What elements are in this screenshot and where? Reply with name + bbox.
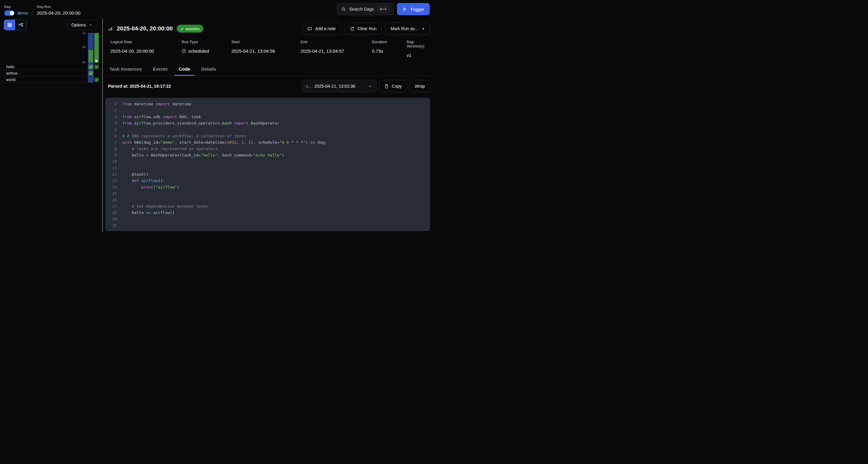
breadcrumb-dag-run: Dag Run 2025-04-20, 20:00:00 [37, 5, 80, 16]
view-switcher [4, 20, 27, 30]
code-text: # Tasks are represented as operators [122, 146, 217, 152]
code-text: def airflow(): [122, 177, 165, 184]
line-number: 8 [110, 146, 117, 152]
tab-details[interactable]: Details [197, 66, 220, 76]
line-number: 10 [110, 158, 117, 165]
caret-down-icon: ▼ [422, 27, 425, 30]
meta-value: 2025-04-21, 13:04:57 [301, 49, 372, 54]
line-number: 12 [110, 171, 117, 177]
meta-label: End [301, 40, 372, 44]
detail-tabs: Task Instances Events Code Details [105, 66, 430, 76]
meta-dag-versions: Dag Version(s) v1 [407, 40, 430, 58]
line-number: 5 [110, 126, 117, 133]
task-status-check-hello-run1[interactable] [89, 64, 93, 69]
meta-value: 2025-04-21, 13:04:56 [231, 49, 301, 54]
dag-row: demo [4, 10, 28, 16]
add-note-button[interactable]: Add a note [302, 23, 341, 35]
line-number: 14 [110, 184, 117, 190]
line-number: 17 [110, 203, 117, 209]
line-number: 20 [110, 222, 117, 229]
clipboard-icon [384, 84, 389, 89]
tab-events[interactable]: Events [148, 66, 172, 76]
line-number: 9 [110, 152, 117, 158]
wrap-label: Wrap [415, 84, 425, 89]
play-icon [402, 7, 407, 11]
line-number: 11 [110, 165, 117, 171]
dag-label: Dag [4, 5, 28, 8]
code-text: with DAG(dag_id="demo", start_date=datet… [122, 139, 327, 146]
add-note-label: Add a note [315, 26, 336, 31]
meta-label: Run Type [182, 40, 231, 44]
run-actions: Add a note Clear Run Mark Run as... ▼ [302, 23, 430, 35]
clear-run-button[interactable]: Clear Run [345, 23, 382, 35]
grid-view-button[interactable] [4, 20, 15, 30]
dag-version-select[interactable]: v... 2025-04-21, 13:02:38 [302, 80, 376, 92]
task-row-hello[interactable]: hello [0, 64, 102, 70]
task-list: hello airflow world [0, 64, 102, 83]
code-line: 7with DAG(dag_id="demo", start_date=date… [110, 139, 430, 146]
line-number: 4 [110, 120, 117, 126]
redo-icon [350, 27, 354, 31]
dag-pause-toggle[interactable] [4, 10, 14, 16]
note-icon [308, 27, 312, 31]
dag-name-link[interactable]: demo [17, 11, 28, 16]
code-line: 20 [110, 222, 430, 229]
meta-value: 2025-04-20, 20:00:00 [111, 49, 182, 54]
sidebar-toolbar: Options [0, 18, 102, 30]
breadcrumb-dag: Dag demo [4, 5, 28, 16]
code-line: 15 [110, 190, 430, 197]
task-name: world [6, 77, 16, 82]
task-name: airflow [6, 71, 18, 76]
breadcrumb: Dag demo Dag Run 2025-04-20, 20:00:00 [4, 2, 80, 16]
axis-tick-0s-bottom: 0s [82, 60, 86, 64]
meta-label: Start [231, 40, 301, 44]
mark-run-as-label: Mark Run as... [391, 26, 418, 31]
manual-run-play-icon [95, 59, 98, 62]
meta-value: v1 [407, 53, 430, 58]
run-duration-bar[interactable] [94, 33, 99, 63]
grid-icon [7, 23, 12, 27]
code-line: 17 # Set dependencies between tasks [110, 203, 430, 209]
run-title: 2025-04-20, 20:00:00 [117, 25, 173, 32]
code-lines: 1from datetime import datetime23from air… [110, 101, 430, 229]
meta-label: Dag Version(s) [407, 40, 430, 49]
task-status-check-world-run2[interactable] [94, 77, 99, 82]
trigger-label: Trigger [410, 7, 424, 12]
task-status-check-hello-run2[interactable] [94, 64, 99, 69]
version-prefix: v... [306, 84, 311, 89]
copy-button[interactable]: Copy [379, 80, 407, 92]
meta-end: End 2025-04-21, 13:04:57 [301, 40, 372, 58]
code-text: @task() [122, 171, 148, 177]
search-dags-button[interactable]: Search Dags ⌘+K [336, 3, 394, 15]
line-number: 19 [110, 216, 117, 222]
code-line: 6# A DAG represents a workflow, a collec… [110, 133, 430, 139]
task-status-check-airflow-run1[interactable] [89, 71, 93, 76]
top-bar: Dag demo Dag Run 2025-04-20, 20:00:00 Se… [0, 0, 434, 18]
line-number: 13 [110, 177, 117, 184]
tab-task-instances[interactable]: Task Instances [105, 66, 146, 76]
options-button[interactable]: Options [67, 20, 97, 30]
code-line: 10 [110, 158, 430, 165]
code-line: 12 @task() [110, 171, 430, 177]
line-number: 16 [110, 197, 117, 203]
meta-value: 0.73s [372, 49, 407, 54]
code-text: print("airflow") [122, 184, 180, 190]
tab-code[interactable]: Code [175, 66, 195, 76]
trigger-button[interactable]: Trigger [397, 3, 430, 15]
meta-logical-date: Logical Date 2025-04-20, 20:00:00 [111, 40, 182, 58]
wrap-button[interactable]: Wrap [410, 80, 430, 92]
line-number: 1 [110, 101, 117, 107]
mark-run-as-button[interactable]: Mark Run as... ▼ [385, 23, 430, 35]
meta-value: scheduled [182, 49, 231, 54]
code-line: 11 [110, 165, 430, 171]
status-label: success [186, 27, 200, 31]
code-text: from datetime import datetime [122, 101, 191, 107]
run-duration-bar-selected[interactable] [89, 50, 93, 62]
task-row-world[interactable]: world [0, 77, 102, 83]
task-row-airflow[interactable]: airflow [0, 70, 102, 77]
dag-code-viewer[interactable]: 1from datetime import datetime23from air… [105, 98, 430, 231]
line-number: 18 [110, 209, 117, 216]
code-text: hello >> airflow() [122, 209, 175, 216]
graph-view-button[interactable] [15, 20, 27, 30]
code-line: 14 print("airflow") [110, 184, 430, 190]
